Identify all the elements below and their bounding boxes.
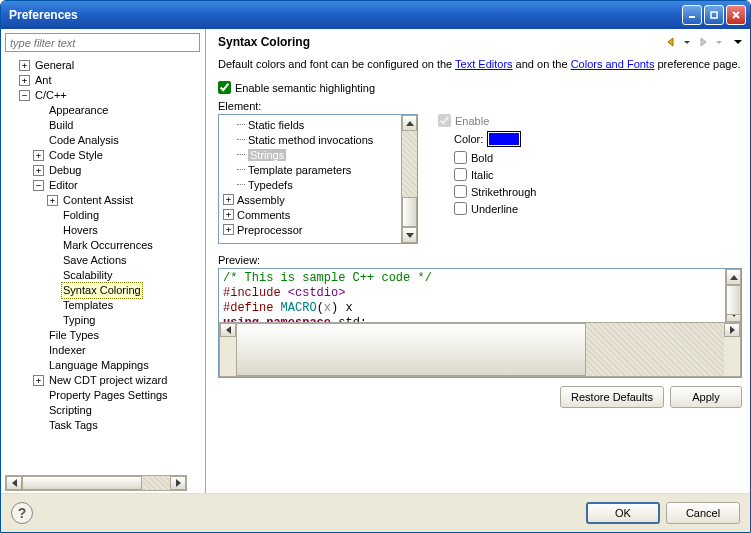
element-list[interactable]: Static fields Static method invocations …: [218, 114, 418, 244]
tree-item-save-actions[interactable]: Save Actions: [61, 253, 129, 268]
ok-button[interactable]: OK: [586, 502, 660, 524]
tree-item-syntax-coloring[interactable]: Syntax Coloring: [61, 282, 143, 299]
enable-semantic-label: Enable semantic highlighting: [235, 82, 375, 94]
element-item-strings[interactable]: Strings: [248, 149, 286, 161]
title-bar: Preferences: [1, 1, 750, 29]
expand-icon[interactable]: +: [19, 75, 30, 86]
tree-item-build[interactable]: Build: [47, 118, 75, 133]
expand-icon[interactable]: +: [33, 150, 44, 161]
scroll-right-icon[interactable]: [724, 323, 740, 337]
expand-icon[interactable]: +: [223, 209, 234, 220]
tree-item-hovers[interactable]: Hovers: [61, 223, 100, 238]
cancel-button[interactable]: Cancel: [666, 502, 740, 524]
maximize-button[interactable]: [704, 5, 724, 25]
description-text: Default colors and font can be configure…: [218, 57, 742, 71]
expand-icon[interactable]: +: [223, 194, 234, 205]
tree-hscrollbar[interactable]: [5, 475, 187, 491]
tree-item-prop-pages[interactable]: Property Pages Settings: [47, 388, 170, 403]
help-icon[interactable]: ?: [11, 502, 33, 524]
menu-chevron-icon[interactable]: [734, 40, 742, 44]
tree-item-ccpp[interactable]: C/C++: [33, 88, 69, 103]
underline-label: Underline: [471, 203, 518, 215]
svg-rect-1: [711, 12, 717, 18]
bold-checkbox[interactable]: [454, 151, 467, 164]
element-vscrollbar[interactable]: [401, 115, 417, 243]
preview-vscrollbar[interactable]: [725, 269, 741, 322]
tree-item-lang-mappings[interactable]: Language Mappings: [47, 358, 151, 373]
element-item[interactable]: Assembly: [237, 194, 285, 206]
element-item[interactable]: Preprocessor: [237, 224, 302, 236]
tree-item-file-types[interactable]: File Types: [47, 328, 101, 343]
chevron-down-icon[interactable]: [684, 41, 690, 44]
expand-icon[interactable]: +: [33, 165, 44, 176]
enable-style-label: Enable: [455, 115, 489, 127]
filter-input[interactable]: [5, 33, 200, 52]
element-item[interactable]: Template parameters: [248, 164, 351, 176]
tree-item-indexer[interactable]: Indexer: [47, 343, 88, 358]
scroll-right-icon[interactable]: [170, 476, 186, 490]
strikethrough-label: Strikethrough: [471, 186, 536, 198]
tree-item-content-assist[interactable]: Content Assist: [61, 193, 135, 208]
tree-item-scripting[interactable]: Scripting: [47, 403, 94, 418]
element-item[interactable]: Static method invocations: [248, 134, 373, 146]
collapse-icon[interactable]: −: [33, 180, 44, 191]
tree-item-folding[interactable]: Folding: [61, 208, 101, 223]
color-button[interactable]: [487, 131, 521, 147]
tree-item-appearance[interactable]: Appearance: [47, 103, 110, 118]
expand-icon[interactable]: +: [47, 195, 58, 206]
bold-label: Bold: [471, 152, 493, 164]
preview-box: /* This is sample C++ code */ #include <…: [218, 268, 742, 378]
tree-item-templates[interactable]: Templates: [61, 298, 115, 313]
tree-item-ant[interactable]: Ant: [33, 73, 54, 88]
preview-label: Preview:: [218, 254, 742, 266]
enable-semantic-checkbox[interactable]: [218, 81, 231, 94]
tree-item-typing[interactable]: Typing: [61, 313, 97, 328]
minimize-button[interactable]: [682, 5, 702, 25]
tree-item-code-style[interactable]: Code Style: [47, 148, 105, 163]
preview-hscrollbar[interactable]: [219, 322, 741, 377]
underline-checkbox[interactable]: [454, 202, 467, 215]
expand-icon[interactable]: +: [223, 224, 234, 235]
element-item[interactable]: Comments: [237, 209, 290, 221]
tree-item-scalability[interactable]: Scalability: [61, 268, 115, 283]
preview-code: /* This is sample C++ code */ #include <…: [219, 269, 725, 322]
tree-item-general[interactable]: General: [33, 58, 76, 73]
expand-icon[interactable]: +: [33, 375, 44, 386]
italic-label: Italic: [471, 169, 494, 181]
scroll-left-icon[interactable]: [220, 323, 236, 337]
close-button[interactable]: [726, 5, 746, 25]
tree-item-debug[interactable]: Debug: [47, 163, 83, 178]
page-title: Syntax Coloring: [218, 35, 664, 49]
tree-item-task-tags[interactable]: Task Tags: [47, 418, 100, 433]
forward-button[interactable]: [696, 35, 710, 49]
expand-icon[interactable]: +: [19, 60, 30, 71]
back-button[interactable]: [664, 35, 678, 49]
tree-item-mark-occurrences[interactable]: Mark Occurrences: [61, 238, 155, 253]
scroll-left-icon[interactable]: [6, 476, 22, 490]
scroll-up-icon[interactable]: [402, 115, 417, 131]
window-title: Preferences: [5, 8, 682, 22]
strikethrough-checkbox[interactable]: [454, 185, 467, 198]
tree-item-new-cdt[interactable]: New CDT project wizard: [47, 373, 169, 388]
text-editors-link[interactable]: Text Editors: [455, 58, 512, 70]
colors-fonts-link[interactable]: Colors and Fonts: [571, 58, 655, 70]
tree-item-code-analysis[interactable]: Code Analysis: [47, 133, 121, 148]
apply-button[interactable]: Apply: [670, 386, 742, 408]
collapse-icon[interactable]: −: [19, 90, 30, 101]
preferences-tree[interactable]: +General +Ant −C/C++ Appearance Build Co…: [5, 56, 203, 475]
element-item[interactable]: Static fields: [248, 119, 304, 131]
chevron-down-icon[interactable]: [716, 41, 722, 44]
element-item[interactable]: Typedefs: [248, 179, 293, 191]
enable-style-checkbox: [438, 114, 451, 127]
color-label: Color:: [454, 133, 483, 145]
italic-checkbox[interactable]: [454, 168, 467, 181]
tree-item-editor[interactable]: Editor: [47, 178, 80, 193]
scroll-up-icon[interactable]: [726, 269, 741, 285]
scroll-down-icon[interactable]: [402, 227, 417, 243]
element-label: Element:: [218, 100, 742, 112]
restore-defaults-button[interactable]: Restore Defaults: [560, 386, 664, 408]
